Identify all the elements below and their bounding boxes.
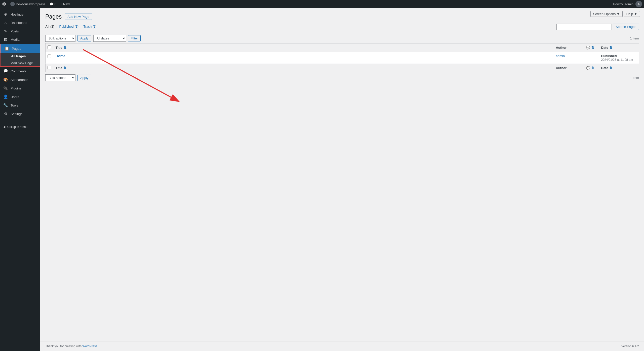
new-content-link[interactable]: + New: [60, 2, 70, 6]
sidebar-item-label: Pages: [12, 47, 21, 51]
table-row: Home admin — Published 2024/01/26 at 11:…: [46, 52, 639, 64]
main-content: Screen Options ▼ Help ▼ Pages Add New Pa…: [40, 8, 644, 341]
submenu-all-pages[interactable]: All Pages: [1, 53, 40, 60]
col-footer-title[interactable]: Title ⇅: [53, 64, 553, 72]
tab-all[interactable]: All (1): [45, 25, 54, 28]
sidebar-item-tools[interactable]: 🔧 Tools: [0, 101, 40, 110]
add-new-page-button[interactable]: Add New Page: [65, 14, 92, 20]
add-new-page-label: Add New Page: [11, 61, 33, 65]
howdy-label[interactable]: Howdy, admin A: [613, 1, 642, 7]
version-label: Version 6.4.2: [621, 344, 639, 348]
separator-2: |: [80, 25, 81, 28]
wordpress-link[interactable]: WordPress: [82, 344, 97, 348]
apply-button-top[interactable]: Apply: [77, 35, 91, 41]
row-title-cell: Home: [53, 52, 553, 64]
tab-trash[interactable]: Trash (1): [84, 25, 97, 28]
col-header-comments[interactable]: 💬 ⇅: [584, 43, 599, 52]
title-footer-label: Title: [56, 66, 62, 70]
sidebar-item-label: Tools: [11, 104, 18, 107]
sidebar-item-label: Settings: [11, 112, 22, 116]
help-label: Help: [626, 12, 633, 16]
page-title-link[interactable]: Home: [56, 54, 65, 58]
screen-options-button[interactable]: Screen Options ▼: [590, 11, 623, 17]
sidebar-item-media[interactable]: 🖼 Media: [0, 35, 40, 44]
title-label: Title: [56, 46, 62, 49]
help-button[interactable]: Help ▼: [624, 11, 640, 17]
sort-comments-icon: ⇅: [591, 46, 594, 49]
row-comments-cell: —: [584, 52, 599, 64]
select-all-checkbox-footer[interactable]: [48, 66, 51, 69]
sidebar-item-pages[interactable]: 📋 Pages: [1, 44, 40, 53]
sidebar-item-settings[interactable]: ⚙ Settings: [0, 110, 40, 118]
bulk-actions-select-bottom[interactable]: Bulk actions: [45, 74, 75, 81]
site-name-text: howtousewordpress: [16, 2, 46, 6]
row-checkbox[interactable]: [48, 55, 51, 58]
select-all-checkbox[interactable]: [48, 45, 51, 49]
users-icon: 👤: [3, 94, 8, 99]
comments-count: 0: [55, 2, 56, 6]
sort-date-icon: ⇅: [610, 46, 612, 49]
author-link[interactable]: admin: [556, 54, 565, 58]
date-filter-select[interactable]: All dates: [93, 35, 126, 42]
select-all-checkbox-footer[interactable]: [46, 64, 53, 72]
published-count: (1): [74, 25, 78, 28]
items-count-bottom: 1 item: [630, 76, 639, 80]
sidebar-item-appearance[interactable]: 🎨 Appearance: [0, 75, 40, 84]
dashboard-icon: ⌂: [3, 21, 8, 25]
col-header-author: Author: [553, 43, 584, 52]
col-footer-date[interactable]: Date ⇅: [599, 64, 639, 72]
sidebar-item-users[interactable]: 👤 Users: [0, 92, 40, 101]
bulk-actions-select-top[interactable]: Bulk actions: [45, 35, 75, 42]
comments-icon: 💬: [3, 69, 8, 73]
comments-link[interactable]: 💬 0: [50, 2, 56, 6]
collapse-label: Collapse menu: [7, 125, 27, 129]
date-value: 2024/01/26 at 11:08 am: [601, 58, 633, 62]
sidebar-item-hostinger[interactable]: ⊕ Hostinger: [0, 10, 40, 19]
comments-count-value: —: [589, 54, 593, 58]
author-footer-label: Author: [556, 66, 567, 70]
wp-logo-icon[interactable]: ✽: [2, 2, 6, 7]
sidebar-item-posts[interactable]: ✎ Posts: [0, 27, 40, 35]
separator-1: |: [56, 25, 57, 28]
sidebar-item-dashboard[interactable]: ⌂ Dashboard: [0, 19, 40, 27]
site-name-link[interactable]: H howtousewordpress: [10, 2, 46, 6]
avatar: A: [635, 1, 642, 7]
table-footer-row: Title ⇅ Author 💬 ⇅ Date ⇅: [46, 64, 639, 72]
submenu-add-new-page[interactable]: Add New Page: [1, 60, 40, 66]
pages-submenu: All Pages Add New Page: [1, 53, 40, 66]
search-pages-button[interactable]: Search Pages: [613, 24, 639, 30]
new-label: + New: [60, 2, 70, 6]
pages-icon: 📋: [4, 46, 9, 51]
date-footer-label: Date: [601, 66, 608, 70]
pages-table: Title ⇅ Author 💬 ⇅ Date ⇅: [45, 43, 639, 72]
tablenav-top: Bulk actions Apply All dates Filter 1 it…: [45, 35, 639, 42]
table-body: Home admin — Published 2024/01/26 at 11:…: [46, 52, 639, 64]
collapse-icon: ◀: [3, 125, 5, 129]
col-header-date[interactable]: Date ⇅: [599, 43, 639, 52]
all-count: (1): [50, 25, 54, 28]
sidebar-item-label: Posts: [11, 29, 19, 33]
tablenav-bottom: Bulk actions Apply 1 item: [45, 74, 639, 81]
sidebar-item-comments[interactable]: 💬 Comments: [0, 67, 40, 75]
tab-published[interactable]: Published (1): [59, 25, 79, 28]
select-all-checkbox-header[interactable]: [46, 43, 53, 52]
items-count-top: 1 item: [630, 36, 639, 40]
search-pages-input[interactable]: [556, 24, 612, 30]
trash-count: (1): [93, 25, 97, 28]
sort-title-icon: ⇅: [64, 46, 66, 49]
footer-thanks: Thank you for creating with WordPress.: [45, 344, 98, 348]
collapse-menu-button[interactable]: ◀ Collapse menu: [0, 122, 40, 132]
filter-button[interactable]: Filter: [128, 35, 141, 41]
comments-footer-icon: 💬: [586, 66, 590, 70]
sidebar-item-label: Plugins: [11, 86, 21, 90]
row-checkbox-cell[interactable]: [46, 52, 53, 64]
col-header-title[interactable]: Title ⇅: [53, 43, 553, 52]
media-icon: 🖼: [3, 37, 8, 42]
appearance-icon: 🎨: [3, 77, 8, 82]
row-author-cell: admin: [553, 52, 584, 64]
col-footer-comments[interactable]: 💬 ⇅: [584, 64, 599, 72]
search-pages-area: Search Pages: [556, 24, 639, 30]
apply-button-bottom[interactable]: Apply: [77, 75, 91, 81]
sidebar-item-plugins[interactable]: 🔌 Plugins: [0, 84, 40, 92]
trash-label: Trash: [84, 25, 92, 28]
